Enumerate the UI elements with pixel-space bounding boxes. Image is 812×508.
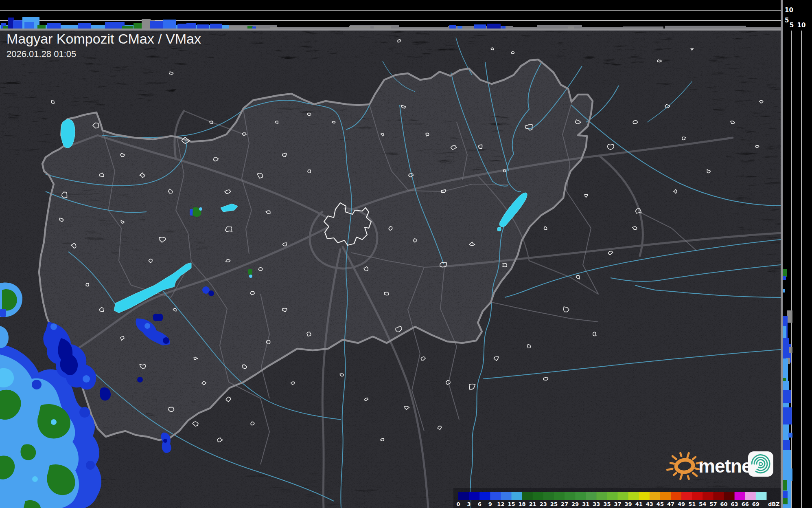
- colorbar-tick-label: 25: [550, 501, 558, 507]
- colorbar-cell: [543, 492, 554, 500]
- colorbar-cell: [512, 492, 523, 500]
- colorbar-tick-label: 49: [678, 501, 685, 507]
- lake-ferto: [61, 119, 75, 148]
- colorbar-tick-label: 54: [699, 501, 706, 507]
- top-echo-segment: [229, 26, 247, 29]
- colorbar-cell: [628, 492, 639, 500]
- colorbar-cell: [618, 492, 629, 500]
- horizontal-separator: [0, 29, 783, 31]
- top-echo-segment: [24, 22, 34, 29]
- top-echo-segment: [210, 24, 222, 29]
- colorbar-tick-label: 6: [478, 501, 482, 507]
- top-echo-segment: [177, 24, 186, 29]
- colorbar-cell: [469, 492, 480, 500]
- colorbar-cell: [522, 492, 533, 500]
- top-echo-segment: [501, 26, 506, 29]
- top-echo-segment: [487, 24, 501, 29]
- top-terrain-segment: [623, 26, 663, 29]
- top-echo-segment: [374, 26, 391, 29]
- colorbar-cell: [490, 492, 501, 500]
- colorbar-cell: [756, 492, 767, 500]
- sun-ray: [681, 453, 681, 456]
- top-echo-segment: [252, 26, 256, 29]
- colorbar-cell: [650, 492, 661, 500]
- vertical-separator: [781, 0, 783, 508]
- colorbar-cell: [533, 492, 544, 500]
- top-echo-segment: [105, 22, 125, 29]
- sun-ray: [687, 453, 689, 457]
- radar-composite-canvas: 10 5 5 10 Magyar Kompozit CMax / VMax 20…: [0, 0, 812, 508]
- colorbar-tick-label: 43: [646, 501, 653, 507]
- top-echo-segment: [197, 24, 209, 29]
- colorbar-tick-label: 41: [635, 501, 643, 507]
- colorbar-cell: [586, 492, 597, 500]
- top-echo-segment: [13, 20, 24, 29]
- sun-ray: [670, 463, 674, 464]
- colorbar-cell: [735, 492, 746, 500]
- colorbar-tick-label: 51: [688, 501, 696, 507]
- top-echo-segment: [186, 23, 196, 29]
- colorbar-tick-label: 21: [529, 501, 536, 507]
- right-echo-segment: [783, 289, 785, 292]
- colorbar-cell: [660, 492, 671, 500]
- colorbar-cell: [565, 492, 576, 500]
- colorbar-tick-label: 29: [571, 501, 579, 507]
- right-echo-segment: [783, 358, 788, 381]
- colorbar-cell: [575, 492, 586, 500]
- right-echo-segment: [783, 504, 789, 508]
- top-profile-panel: [0, 0, 781, 29]
- map-area: [0, 30, 781, 508]
- top-echo-segment: [37, 25, 46, 29]
- colorbar-tick-label: 23: [540, 501, 547, 507]
- colorbar-tick-label: 0: [456, 501, 460, 507]
- top-echo-segment: [223, 26, 229, 29]
- radar-viewer: 10 5 5 10 Magyar Kompozit CMax / VMax 20…: [0, 0, 812, 508]
- right-echo-segment: [789, 347, 792, 353]
- colorbar-cell: [607, 492, 618, 500]
- colorbar-cell: [681, 492, 692, 500]
- colorbar-cell: [639, 492, 650, 500]
- colorbar-cell: [596, 492, 607, 500]
- colorbar-tick-label: 15: [508, 501, 515, 507]
- top-terrain-segment: [537, 25, 582, 29]
- colorbar-cell: [724, 492, 735, 500]
- top-echo-segment: [78, 23, 91, 29]
- colorbar-tick-label: 60: [720, 501, 727, 507]
- top-echo-segment: [457, 26, 462, 29]
- right-echo-segment: [788, 433, 792, 438]
- top-echo-segment: [270, 27, 278, 29]
- right-echo-segment: [783, 269, 787, 277]
- colorbar-tick-label: 9: [488, 501, 492, 507]
- top-echo-segment: [474, 24, 486, 29]
- top-echo-segment: [247, 26, 253, 29]
- right-axis-label-5: 5: [790, 22, 794, 29]
- colorbar-tick-label: 63: [731, 501, 738, 507]
- colorbar-tick-label: 66: [742, 501, 749, 507]
- colorbar-tick-label: 35: [603, 501, 611, 507]
- right-echo-segment: [783, 480, 787, 490]
- sun-ray: [688, 476, 689, 479]
- colorbar-tick-label: 45: [657, 501, 664, 507]
- top-echo-segment: [93, 25, 105, 29]
- right-echo-segment: [787, 310, 792, 323]
- colorbar-cell: [554, 492, 565, 500]
- colorbar-cell: [692, 492, 703, 500]
- colorbar-tick-label: 27: [561, 501, 568, 507]
- colorbar-tick-label: 39: [625, 501, 632, 507]
- right-profile-panel: [783, 0, 812, 508]
- top-terrain-segment: [665, 26, 746, 29]
- spiral-app-icon: [748, 451, 773, 477]
- colorbar-tick-label: 31: [582, 501, 589, 507]
- top-echo-segment: [47, 23, 61, 29]
- sun-ray: [681, 475, 682, 479]
- top-terrain-segment: [399, 27, 448, 29]
- top-terrain-segment: [582, 27, 623, 29]
- top-echo-segment: [122, 26, 133, 29]
- colorbar-unit-label: dBZ: [768, 501, 780, 507]
- colorbar-tick-label: 69: [752, 501, 759, 507]
- page-title: Magyar Kompozit CMax / VMax: [7, 31, 201, 46]
- sun-ray: [668, 469, 673, 470]
- top-echo-segment: [568, 26, 574, 29]
- lake-tisza-lobe: [497, 227, 501, 231]
- colorbar-cell: [501, 492, 512, 500]
